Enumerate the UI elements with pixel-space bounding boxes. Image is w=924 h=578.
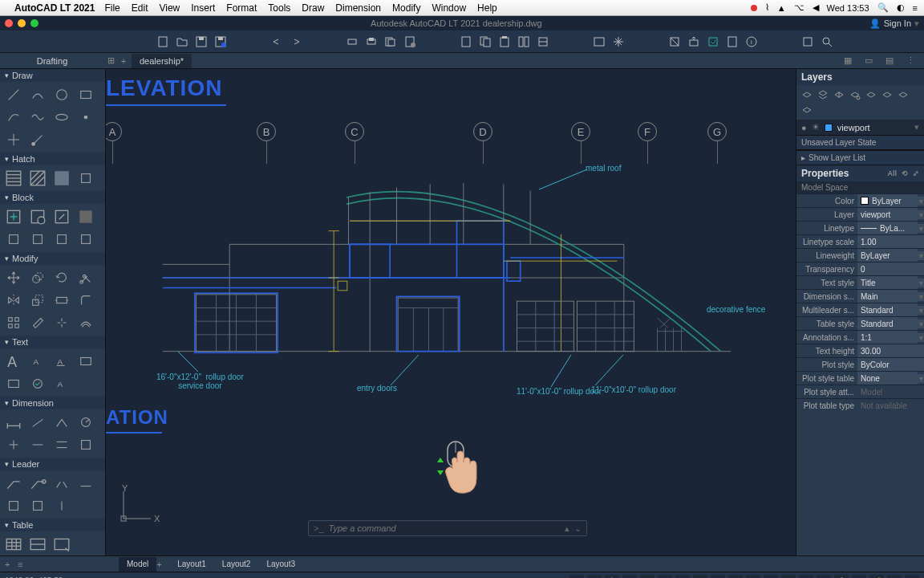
status-cleanscreen-icon[interactable]: ⛶ [887, 575, 902, 579]
redo-icon[interactable] [289, 35, 303, 49]
mirror-tool[interactable] [2, 291, 26, 310]
props-icon-3[interactable]: ⤢ [913, 169, 919, 177]
layer-icon-1[interactable] [800, 88, 813, 101]
status-snap-icon[interactable]: ┼ [605, 575, 619, 579]
prop-row-1[interactable]: Layerviewport▾ [796, 207, 924, 221]
command-history-icon[interactable]: ▴ [565, 523, 569, 534]
dropdown-icon[interactable]: ▾ [918, 279, 924, 287]
prop-value[interactable]: ByLa... [857, 222, 918, 234]
create-block-tool[interactable] [26, 207, 50, 226]
prop-row-10[interactable]: Annotation s...1:1▾ [796, 330, 924, 344]
text-tool-4[interactable] [74, 352, 98, 371]
leader-tool-6[interactable] [26, 496, 50, 515]
gradient-tool[interactable] [26, 169, 50, 188]
leader-tool-4[interactable] [74, 474, 98, 493]
xref-icon[interactable] [667, 35, 682, 49]
tab-layout3[interactable]: Layout3 [258, 557, 303, 572]
layout-menu[interactable]: ≡ [18, 560, 30, 569]
prop-value[interactable]: Model [857, 385, 924, 398]
command-close-icon[interactable]: ⌄ [574, 523, 582, 534]
status-transparency-icon[interactable]: ▨ [711, 575, 725, 579]
dropdown-icon[interactable]: ▾ [918, 251, 924, 260]
dropdown-icon[interactable]: ▾ [918, 374, 924, 383]
menu-file[interactable]: File [104, 2, 120, 14]
prop-value[interactable]: Main [857, 290, 918, 303]
status-cycling-icon[interactable]: ⟳ [728, 575, 743, 579]
dim-tool-8[interactable] [74, 435, 98, 454]
rtb-icon-4[interactable]: ⋮ [903, 55, 918, 66]
dimension-tool[interactable] [2, 413, 26, 432]
status-model-icon[interactable]: ▦ [569, 575, 584, 579]
explode-tool[interactable] [50, 313, 74, 332]
leader-tool-7[interactable] [50, 496, 74, 515]
dim-tool-6[interactable] [26, 435, 50, 454]
block-tool-6[interactable] [26, 230, 50, 249]
dim-tool-7[interactable] [50, 435, 74, 454]
dropdown-icon[interactable]: ▾ [918, 333, 924, 342]
status-osnap-icon[interactable]: □ [658, 575, 672, 579]
palette-block-header[interactable]: ▾Block [0, 191, 105, 204]
recover-icon[interactable] [706, 35, 720, 49]
rtb-icon-1[interactable]: ▦ [841, 55, 855, 66]
layer-icon-7[interactable] [896, 88, 910, 101]
text-tool-6[interactable] [26, 374, 50, 393]
plot-icon[interactable] [345, 35, 359, 49]
edit-block-tool[interactable] [50, 207, 74, 226]
menu-tools[interactable]: Tools [268, 2, 290, 14]
block-tool-8[interactable] [74, 230, 98, 249]
hatch-tool[interactable] [2, 169, 26, 188]
undo-icon[interactable] [270, 35, 284, 49]
tab-model[interactable]: Model [119, 557, 156, 572]
status-monitor-icon[interactable]: ▭ [781, 575, 796, 579]
props-icon-1[interactable]: All [887, 169, 897, 177]
copy-tool[interactable] [26, 268, 50, 287]
layer-icon-8[interactable] [800, 104, 813, 116]
array-tool[interactable] [2, 313, 26, 332]
prop-value[interactable]: Title [857, 276, 918, 289]
drawing-canvas[interactable]: LEVATION A B C D E F G [106, 69, 796, 556]
table-tool[interactable] [2, 535, 26, 554]
command-input[interactable] [329, 523, 560, 533]
xline-tool[interactable] [2, 130, 26, 149]
menu-edit[interactable]: Edit [132, 2, 148, 14]
appload-icon[interactable] [687, 35, 701, 49]
match-prop-icon[interactable] [517, 35, 531, 49]
cleanscreen-icon[interactable] [592, 35, 606, 49]
leader-tool-5[interactable] [2, 496, 26, 515]
menu-draw[interactable]: Draw [302, 2, 324, 14]
scale-tool[interactable] [26, 291, 50, 310]
rotate-tool[interactable] [50, 268, 74, 287]
block-tool-7[interactable] [50, 230, 74, 249]
layout-add-icon[interactable]: + [156, 560, 169, 569]
move-tool[interactable] [2, 268, 26, 287]
text-tool-3[interactable]: A [50, 352, 74, 371]
spline-tool[interactable] [26, 108, 50, 127]
prop-value[interactable]: ByLayer [857, 249, 918, 262]
dropdown-icon[interactable]: ▾ [918, 306, 924, 315]
layer-icon-2[interactable] [816, 88, 829, 101]
prop-row-15[interactable]: Plot table typeNot available [796, 398, 924, 412]
signin-dropdown-icon[interactable]: ▾ [914, 18, 919, 29]
arc-tool[interactable] [2, 108, 26, 127]
status-units-icon[interactable]: ⊕ [799, 575, 813, 579]
menu-window[interactable]: Window [432, 2, 466, 14]
prop-row-9[interactable]: Table styleStandard▾ [796, 316, 924, 330]
cut-icon[interactable] [459, 35, 473, 49]
prop-row-11[interactable]: Text height30.00 [796, 344, 924, 357]
prop-value[interactable]: Standard [857, 303, 918, 316]
layer-icon-6[interactable] [880, 88, 894, 101]
mtext-tool[interactable]: A [2, 352, 26, 371]
status-ws-icon[interactable]: ⚙ [764, 575, 778, 579]
palette-text-header[interactable]: ▾Text [0, 336, 105, 348]
line-tool[interactable] [2, 85, 26, 104]
text-tool-7[interactable]: A [50, 374, 74, 393]
block-tool-5[interactable] [2, 230, 26, 249]
new-icon[interactable] [156, 35, 170, 49]
dropdown-icon[interactable]: ▾ [918, 320, 924, 328]
current-layer-row[interactable]: ● ☀ viewport ▾ [796, 120, 924, 135]
publish-icon[interactable] [383, 35, 398, 49]
leader-tool-3[interactable] [50, 474, 74, 493]
minimize-window-button[interactable] [18, 19, 26, 27]
signin-button[interactable]: Sign In [884, 18, 911, 28]
tab-layout2[interactable]: Layout2 [214, 557, 259, 572]
